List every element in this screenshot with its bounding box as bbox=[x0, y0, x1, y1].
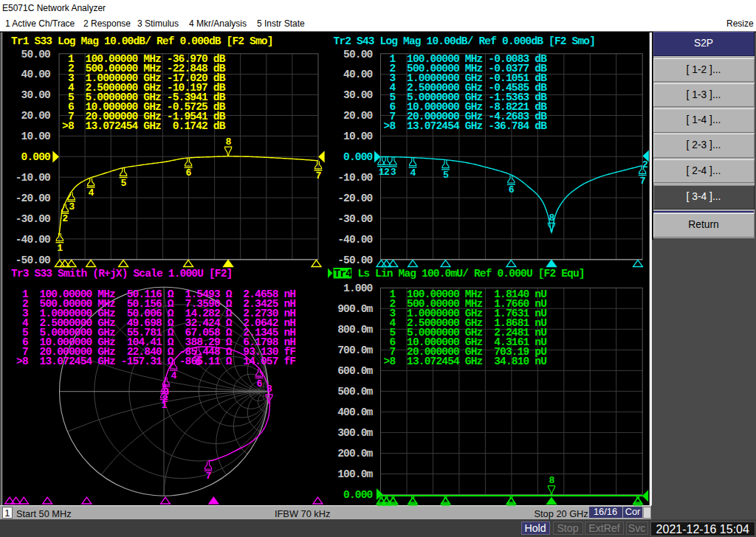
svg-text:4: 4 bbox=[410, 167, 416, 179]
svg-text:900.0m: 900.0m bbox=[337, 303, 373, 315]
svg-text:3: 3 bbox=[69, 201, 75, 212]
svg-text:Tr4: Tr4 bbox=[334, 268, 352, 280]
svg-text:7: 7 bbox=[640, 176, 646, 187]
svg-text:0.000: 0.000 bbox=[21, 151, 51, 163]
svg-text:6: 6 bbox=[256, 378, 262, 389]
svg-text:-40.00: -40.00 bbox=[16, 234, 50, 246]
svg-text:400.0m: 400.0m bbox=[337, 406, 373, 418]
svg-text:8: 8 bbox=[549, 475, 554, 486]
svg-text:4: 4 bbox=[171, 370, 177, 381]
svg-text:-20.00: -20.00 bbox=[16, 193, 50, 204]
svg-text:>8 13.072454 GHz -157.31 Ω -8: >8 13.072454 GHz -157.31 Ω -865.11 Ω 14.… bbox=[16, 356, 295, 367]
svg-text:6: 6 bbox=[509, 184, 515, 195]
svg-text:800.0m: 800.0m bbox=[337, 324, 373, 336]
svg-text:3: 3 bbox=[163, 387, 169, 398]
svg-text:20.00: 20.00 bbox=[21, 110, 51, 122]
svg-text:8: 8 bbox=[226, 136, 232, 148]
svg-text:-50.00: -50.00 bbox=[337, 254, 372, 266]
svg-text:2: 2 bbox=[62, 213, 68, 224]
svg-text:5: 5 bbox=[443, 170, 449, 181]
svg-text:10.00: 10.00 bbox=[21, 131, 51, 142]
svg-text:30.00: 30.00 bbox=[343, 89, 373, 101]
svg-text:20.00: 20.00 bbox=[343, 110, 373, 122]
svg-text:>8 13.072454 GHz 0.1742 dB: >8 13.072454 GHz 0.1742 dB bbox=[62, 120, 226, 132]
svg-text:7: 7 bbox=[315, 170, 321, 181]
svg-text:6: 6 bbox=[186, 167, 192, 179]
svg-text:Tr2 S43 Log Mag 10.00dB/ Ref 0: Tr2 S43 Log Mag 10.00dB/ Ref 0.000dB [F2… bbox=[334, 35, 596, 47]
svg-text:2: 2 bbox=[384, 167, 390, 178]
svg-text:600.0m: 600.0m bbox=[337, 365, 373, 377]
svg-text:5: 5 bbox=[196, 357, 202, 368]
svg-text:-10.00: -10.00 bbox=[337, 172, 372, 184]
svg-text:40.00: 40.00 bbox=[343, 69, 373, 80]
svg-text:0.000: 0.000 bbox=[343, 151, 373, 163]
svg-text:700.0m: 700.0m bbox=[337, 344, 373, 356]
svg-text:>8 13.072454 GHz -36.784 dB: >8 13.072454 GHz -36.784 dB bbox=[384, 120, 548, 132]
svg-text:4: 4 bbox=[89, 187, 94, 198]
svg-text:50.00: 50.00 bbox=[21, 49, 51, 60]
svg-text:3: 3 bbox=[391, 167, 396, 178]
svg-text:1.000: 1.000 bbox=[343, 283, 373, 294]
svg-text:40.00: 40.00 bbox=[21, 69, 51, 80]
svg-text:8: 8 bbox=[549, 212, 554, 224]
svg-text:2: 2 bbox=[642, 159, 648, 170]
svg-text:-20.00: -20.00 bbox=[337, 193, 372, 204]
svg-text:30.00: 30.00 bbox=[21, 89, 51, 101]
svg-text:0.000: 0.000 bbox=[343, 489, 373, 501]
svg-text:Tr1 S33 Log Mag 10.00dB/ Ref 0: Tr1 S33 Log Mag 10.00dB/ Ref 0.000dB [F2… bbox=[11, 35, 273, 47]
svg-text:1: 1 bbox=[57, 243, 63, 254]
svg-text:7: 7 bbox=[205, 471, 211, 482]
svg-text:-30.00: -30.00 bbox=[337, 213, 372, 225]
svg-text:100.0m: 100.0m bbox=[337, 468, 373, 480]
svg-text:-10.00: -10.00 bbox=[16, 172, 50, 184]
svg-text:8: 8 bbox=[267, 384, 272, 395]
svg-text:Tr3 S33 Smith (R+jX) Scale 1.0: Tr3 S33 Smith (R+jX) Scale 1.000U [F2] bbox=[11, 268, 232, 280]
svg-text:500.0m: 500.0m bbox=[337, 386, 373, 398]
svg-text:-40.00: -40.00 bbox=[337, 234, 372, 246]
svg-text:300.0m: 300.0m bbox=[337, 427, 373, 439]
svg-text:200.0m: 200.0m bbox=[337, 448, 373, 460]
svg-text:5: 5 bbox=[121, 178, 127, 189]
svg-text:>8 13.072454 GHz 34.810 nU: >8 13.072454 GHz 34.810 nU bbox=[384, 356, 547, 367]
svg-text:50.00: 50.00 bbox=[343, 49, 373, 60]
svg-text:-30.00: -30.00 bbox=[16, 213, 50, 225]
svg-text:Ls Lin Mag 100.0mU/ Ref 0.000U: Ls Lin Mag 100.0mU/ Ref 0.000U [F2 Equ] bbox=[352, 268, 585, 280]
svg-text:10.00: 10.00 bbox=[343, 131, 373, 142]
svg-text:-50.00: -50.00 bbox=[16, 254, 50, 266]
